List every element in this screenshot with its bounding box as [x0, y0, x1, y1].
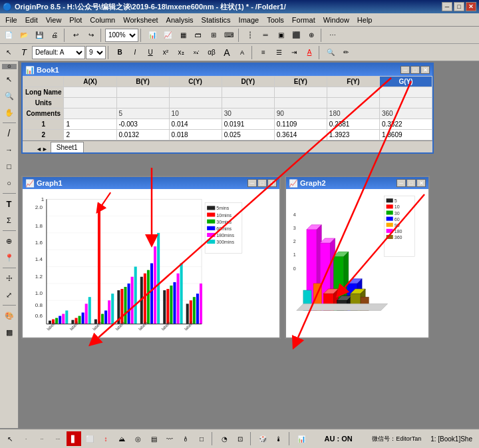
- cell-2-d[interactable]: 0.025: [222, 130, 274, 140]
- bt-graph-y[interactable]: ↕: [98, 431, 113, 446]
- book1-close[interactable]: ✕: [420, 66, 430, 74]
- draw-rect-tool[interactable]: □: [1, 158, 17, 174]
- graph2-minimize[interactable]: ─: [397, 179, 406, 187]
- sheet1-tab[interactable]: Sheet1: [51, 142, 84, 152]
- col-header-e[interactable]: E(Y): [274, 77, 327, 87]
- bt-bar-chart[interactable]: ▋: [67, 431, 81, 446]
- graph-btn[interactable]: 🗃: [191, 28, 206, 43]
- menu-edit[interactable]: Edit: [21, 15, 42, 25]
- bold-btn[interactable]: B: [112, 45, 127, 60]
- draw-arrow-tool[interactable]: →: [1, 142, 17, 158]
- bt-3d[interactable]: 🎲: [255, 431, 270, 446]
- col-btn[interactable]: ┆: [243, 28, 257, 43]
- align-left-btn[interactable]: ≡: [256, 45, 271, 60]
- cell-1-b[interactable]: -0.003: [116, 119, 169, 130]
- col-header-b[interactable]: B(Y): [116, 77, 169, 87]
- prev-sheet-btn[interactable]: ◄: [36, 146, 42, 152]
- cell-2-f[interactable]: 1.3923: [327, 130, 379, 140]
- superscript-btn[interactable]: x²: [158, 45, 173, 60]
- annotation-tool[interactable]: Σ: [1, 212, 17, 228]
- graph1-maximize[interactable]: □: [257, 179, 267, 187]
- mask-btn[interactable]: ⬛: [289, 28, 303, 43]
- cell-2-a[interactable]: 2: [64, 130, 116, 140]
- x1-btn[interactable]: x₁': [189, 45, 204, 60]
- cell-1-e[interactable]: 0.1109: [274, 119, 327, 130]
- graph2-close[interactable]: ✕: [416, 179, 426, 187]
- zoom-select[interactable]: 100% 75% 50% 150%: [105, 29, 138, 42]
- underline-btn[interactable]: U: [143, 45, 158, 60]
- cell-1-d[interactable]: 0.0191: [222, 119, 274, 130]
- graph2-maximize[interactable]: □: [406, 179, 416, 187]
- bt-pie[interactable]: ◔: [217, 431, 232, 446]
- fit-btn[interactable]: ⊕: [304, 28, 319, 43]
- cell-comments-e[interactable]: 90: [274, 109, 327, 119]
- cell-1-c[interactable]: 0.014: [169, 119, 222, 130]
- cell-longname-d[interactable]: [222, 87, 274, 98]
- cell-units-e[interactable]: [274, 98, 327, 109]
- menu-tools[interactable]: Tools: [263, 15, 288, 25]
- menu-file[interactable]: File: [1, 15, 21, 25]
- color-btn[interactable]: A: [302, 45, 317, 60]
- menu-column[interactable]: Column: [86, 15, 119, 25]
- cell-units-a[interactable]: [64, 98, 116, 109]
- italic-btn[interactable]: I: [128, 45, 142, 60]
- cell-units-g[interactable]: [379, 98, 432, 109]
- font-select[interactable]: Default: A Arial: [32, 46, 85, 59]
- chart-btn[interactable]: 📈: [160, 28, 175, 43]
- cell-1-f[interactable]: 0.2381: [327, 119, 379, 130]
- cell-2-c[interactable]: 0.018: [169, 130, 222, 140]
- greek-btn[interactable]: αβ: [204, 45, 219, 60]
- table-btn[interactable]: ▦: [176, 28, 190, 43]
- cell-1-a[interactable]: 1: [64, 119, 116, 130]
- col-header-g[interactable]: G(Y): [379, 77, 432, 87]
- graph1-close[interactable]: ✕: [267, 179, 277, 187]
- cell-comments-g[interactable]: 360: [379, 109, 432, 119]
- bt-candle[interactable]: 🕯: [178, 431, 193, 446]
- bt-heat[interactable]: 🌡: [271, 431, 286, 446]
- bt-dot1[interactable]: ·: [19, 431, 33, 446]
- script-btn[interactable]: ⌨: [222, 28, 236, 43]
- menu-worksheet[interactable]: Worksheet: [119, 15, 162, 25]
- cell-2-b[interactable]: 0.0132: [116, 130, 169, 140]
- fontsize-large-btn[interactable]: A: [220, 45, 234, 60]
- col-header-d[interactable]: D(Y): [222, 77, 274, 87]
- cell-units-c[interactable]: [169, 98, 222, 109]
- cursor-tool[interactable]: ⊕: [1, 233, 17, 249]
- undo-btn[interactable]: ↩: [69, 28, 83, 43]
- col-header-f[interactable]: F(Y): [327, 77, 379, 87]
- menu-view[interactable]: View: [42, 15, 66, 25]
- book1-maximize[interactable]: □: [410, 66, 420, 74]
- menu-help[interactable]: Help: [353, 15, 377, 25]
- plot-btn[interactable]: 📊: [145, 28, 160, 43]
- bt-wave[interactable]: 〰: [162, 431, 177, 446]
- text-tool[interactable]: T: [1, 196, 17, 212]
- bt-circle[interactable]: ◎: [130, 431, 145, 446]
- draw-line-tool[interactable]: /: [1, 125, 17, 141]
- data-reader-tool[interactable]: 📍: [1, 250, 17, 266]
- row-btn[interactable]: ═: [258, 28, 273, 43]
- select-tool[interactable]: ↖: [1, 71, 17, 87]
- cell-2-e[interactable]: 0.3614: [274, 130, 327, 140]
- bt-frame[interactable]: ⬜: [82, 431, 97, 446]
- cell-2-g[interactable]: 1.8609: [379, 130, 432, 140]
- cell-longname-f[interactable]: [327, 87, 379, 98]
- menu-image[interactable]: Image: [235, 15, 263, 25]
- fill-btn[interactable]: ▣: [273, 28, 288, 43]
- pattern-tool[interactable]: ▩: [1, 324, 17, 340]
- pan-tool[interactable]: ✋: [1, 105, 17, 120]
- col-header-c[interactable]: C(Y): [169, 77, 222, 87]
- close-button[interactable]: ✕: [466, 2, 476, 11]
- menu-plot[interactable]: Plot: [65, 15, 86, 25]
- bt-dot2[interactable]: ·∙: [35, 431, 49, 446]
- menu-window[interactable]: Window: [319, 15, 353, 25]
- bt-dot3[interactable]: ·∙·: [51, 431, 65, 446]
- magnify-btn[interactable]: 🔍: [323, 45, 338, 60]
- book1-minimize[interactable]: ─: [400, 66, 410, 74]
- col-header-a[interactable]: A(X): [64, 77, 116, 87]
- cell-longname-g[interactable]: [379, 87, 432, 98]
- t-btn[interactable]: T: [17, 45, 31, 60]
- bt-bars2[interactable]: ▤: [146, 431, 161, 446]
- bt-box[interactable]: □: [194, 431, 209, 446]
- bt-scatter[interactable]: ⊡: [233, 431, 247, 446]
- indent-btn[interactable]: ⇥: [287, 45, 301, 60]
